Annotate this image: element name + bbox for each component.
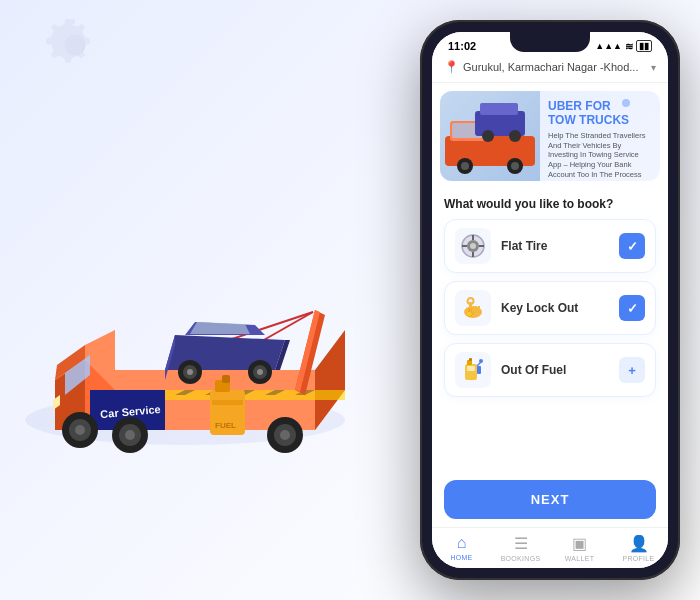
phone-notch xyxy=(510,32,590,52)
svg-rect-71 xyxy=(478,306,480,308)
profile-label: PROFILE xyxy=(622,555,654,562)
battery-icon: ▮▮ xyxy=(636,40,652,52)
fuel-check[interactable]: + xyxy=(619,357,645,383)
book-section: What would you like to book? xyxy=(432,189,668,476)
banner-title: UBER FORTOW TRUCKS xyxy=(548,99,652,128)
location-arrow-icon: ▾ xyxy=(651,62,656,73)
flat-tire-icon xyxy=(455,228,491,264)
home-label: Home xyxy=(450,554,472,561)
flat-tire-check[interactable]: ✓ xyxy=(619,233,645,259)
key-lock-icon: ✋ xyxy=(455,290,491,326)
promo-banner[interactable]: UBER FORTOW TRUCKS Help The Stranded Tra… xyxy=(440,91,660,181)
svg-rect-76 xyxy=(469,358,472,361)
svg-text:✋: ✋ xyxy=(465,307,475,317)
svg-point-26 xyxy=(257,369,263,375)
profile-icon: 👤 xyxy=(629,534,649,553)
svg-text:FUEL: FUEL xyxy=(215,421,236,430)
wifi-icon: ≋ xyxy=(625,41,633,52)
phone-container: 11:02 ▲▲▲ ≋ ▮▮ 📍 Gurukul, Karmachari Nag… xyxy=(420,20,680,580)
next-button[interactable]: NEXT xyxy=(444,480,656,519)
banner-image xyxy=(440,91,540,181)
svg-point-55 xyxy=(511,162,519,170)
home-icon: ⌂ xyxy=(457,534,467,552)
key-lock-label: Key Lock Out xyxy=(501,301,619,315)
truck-svg: Car Service FUEL xyxy=(15,110,375,490)
phone-screen: 11:02 ▲▲▲ ≋ ▮▮ 📍 Gurukul, Karmachari Nag… xyxy=(432,32,668,568)
truck-illustration: Car Service FUEL xyxy=(0,80,390,520)
bottom-nav: ⌂ Home ☰ BOOKINGS ▣ WALLET 👤 PROFILE xyxy=(432,527,668,568)
banner-subtitle: Help The Stranded Travellers And Their V… xyxy=(548,131,652,180)
svg-rect-46 xyxy=(222,375,230,383)
nav-wallet[interactable]: ▣ WALLET xyxy=(550,534,609,562)
banner-content: UBER FORTOW TRUCKS Help The Stranded Tra… xyxy=(540,91,660,181)
nav-bookings[interactable]: ☰ BOOKINGS xyxy=(491,534,550,562)
location-bar[interactable]: 📍 Gurukul, Karmachari Nagar -Khod... ▾ xyxy=(432,56,668,83)
svg-point-53 xyxy=(461,162,469,170)
wallet-icon: ▣ xyxy=(572,534,587,553)
key-lock-check[interactable]: ✓ xyxy=(619,295,645,321)
status-time: 11:02 xyxy=(448,40,476,52)
svg-point-59 xyxy=(509,130,521,142)
svg-point-58 xyxy=(482,130,494,142)
bookings-label: BOOKINGS xyxy=(501,555,541,562)
status-icons: ▲▲▲ ≋ ▮▮ xyxy=(595,40,652,52)
service-item-out-of-fuel[interactable]: Out Of Fuel + xyxy=(444,343,656,397)
signal-icon: ▲▲▲ xyxy=(595,41,622,51)
location-pin-icon: 📍 xyxy=(444,60,459,74)
svg-rect-57 xyxy=(480,103,518,115)
service-item-flat-tire[interactable]: Flat Tire ✓ xyxy=(444,219,656,273)
svg-point-62 xyxy=(470,243,476,249)
svg-rect-70 xyxy=(475,306,477,308)
fuel-label: Out Of Fuel xyxy=(501,363,619,377)
svg-rect-74 xyxy=(467,366,475,371)
svg-marker-20 xyxy=(190,322,250,334)
wallet-label: WALLET xyxy=(565,555,595,562)
book-section-title: What would you like to book? xyxy=(444,197,656,211)
flat-tire-label: Flat Tire xyxy=(501,239,619,253)
svg-point-40 xyxy=(125,430,135,440)
svg-point-37 xyxy=(75,425,85,435)
bookings-icon: ☰ xyxy=(514,534,528,553)
service-item-key-lock-out[interactable]: ✋ Key Lock Out ✓ xyxy=(444,281,656,335)
banner-dot xyxy=(622,99,630,107)
location-text: Gurukul, Karmachari Nagar -Khod... xyxy=(463,61,647,73)
svg-point-79 xyxy=(479,359,483,363)
phone-frame: 11:02 ▲▲▲ ≋ ▮▮ 📍 Gurukul, Karmachari Nag… xyxy=(420,20,680,580)
svg-rect-47 xyxy=(212,400,243,405)
svg-point-69 xyxy=(468,298,474,304)
nav-profile[interactable]: 👤 PROFILE xyxy=(609,534,668,562)
fuel-icon xyxy=(455,352,491,388)
svg-point-43 xyxy=(280,430,290,440)
svg-rect-77 xyxy=(477,366,481,374)
svg-point-23 xyxy=(187,369,193,375)
nav-home[interactable]: ⌂ Home xyxy=(432,534,491,562)
gear-icon xyxy=(40,10,110,80)
